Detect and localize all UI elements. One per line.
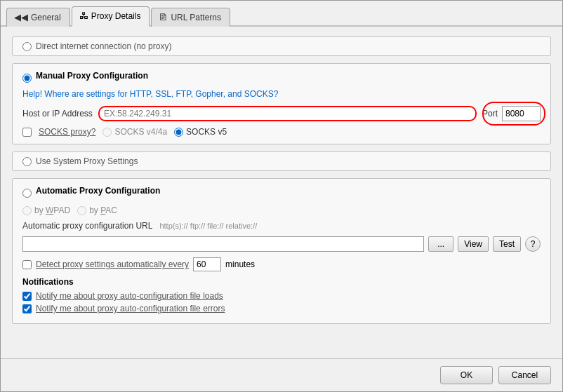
- host-input-wrapper: [98, 106, 477, 121]
- notif-item-2: Notify me about proxy auto-configuration…: [22, 304, 541, 313]
- socks-checkbox[interactable]: [22, 128, 32, 137]
- notifications-title: Notifications: [22, 277, 541, 287]
- url-input[interactable]: [22, 236, 424, 252]
- auto-proxy-section: Automatic Proxy Configuration by WPAD by…: [12, 178, 551, 324]
- direct-label: Direct internet connection (no proxy): [36, 41, 171, 51]
- notif1-label: Notify me about proxy auto-configuration…: [36, 291, 223, 301]
- system-proxy-label: Use System Proxy Settings: [36, 156, 138, 166]
- tab-general-label: General: [31, 13, 61, 22]
- detect-unit: minutes: [225, 259, 255, 269]
- socks-v5-label: SOCKS v5: [186, 127, 227, 137]
- dialog: ◀◀ General 🖧 Proxy Details 🖹 URL Pattern…: [0, 0, 563, 392]
- manual-proxy-title: Manual Proxy Configuration: [36, 71, 148, 81]
- notif-item-1: Notify me about proxy auto-configuration…: [22, 291, 541, 301]
- port-group: Port: [482, 106, 541, 121]
- manual-radio[interactable]: [22, 74, 32, 83]
- tab-general[interactable]: ◀◀ General: [6, 8, 70, 27]
- port-label: Port: [482, 109, 498, 119]
- detect-row: Detect proxy settings automatically ever…: [22, 257, 541, 271]
- socks-v4-label: SOCKS v4/4a: [114, 127, 167, 137]
- direct-radio[interactable]: [22, 42, 32, 51]
- bottom-bar: OK Cancel: [1, 358, 562, 391]
- general-icon: ◀◀: [14, 12, 28, 22]
- system-proxy-radio[interactable]: [22, 157, 32, 166]
- url-config-label: Automatic proxy configuration URL: [22, 221, 152, 231]
- notif1-checkbox[interactable]: [22, 292, 32, 301]
- port-circled-wrapper: [502, 106, 541, 121]
- socks-v4-radio[interactable]: [102, 128, 112, 137]
- detect-interval-input[interactable]: [193, 257, 221, 271]
- socks-v5-option: SOCKS v5: [174, 127, 227, 137]
- by-wpad-option: by WPAD: [22, 205, 70, 215]
- url-hint: http(s):// ftp:// file:// relative://: [159, 222, 257, 230]
- cancel-button[interactable]: Cancel: [498, 366, 551, 384]
- socks-label: SOCKS proxy?: [39, 127, 95, 137]
- test-button[interactable]: Test: [493, 236, 521, 252]
- wpad-label: by WPAD: [34, 205, 70, 215]
- tab-url-patterns-label: URL Patterns: [171, 13, 221, 22]
- ellipsis-button[interactable]: ...: [428, 236, 453, 252]
- url-label-row: Automatic proxy configuration URL http(s…: [22, 221, 541, 231]
- proxy-icon: 🖧: [79, 11, 88, 21]
- auto-proxy-title: Automatic Proxy Configuration: [36, 186, 160, 196]
- socks-v4-option: SOCKS v4/4a: [102, 127, 167, 137]
- pac-radio[interactable]: [77, 206, 86, 215]
- auto-proxy-radio[interactable]: [22, 189, 32, 198]
- by-pac-option: by PAC: [77, 205, 117, 215]
- tab-proxy-details-label: Proxy Details: [91, 11, 141, 21]
- wpad-radio[interactable]: [22, 206, 32, 215]
- url-input-row: ... View Test ?: [22, 236, 541, 252]
- help-link[interactable]: Help! Where are settings for HTTP, SSL, …: [22, 89, 541, 99]
- view-button[interactable]: View: [458, 236, 489, 252]
- notif2-checkbox[interactable]: [22, 304, 32, 313]
- direct-connection-row: Direct internet connection (no proxy): [12, 36, 551, 56]
- url-icon: 🖹: [159, 12, 168, 22]
- host-port-row: Host or IP Address Port: [22, 106, 541, 121]
- socks-v5-radio[interactable]: [174, 128, 183, 137]
- help-button[interactable]: ?: [525, 236, 541, 252]
- host-label: Host or IP Address: [22, 109, 93, 119]
- detect-label: Detect proxy settings automatically ever…: [36, 259, 189, 269]
- by-row: by WPAD by PAC: [22, 205, 541, 215]
- notifications-section: Notifications Notify me about proxy auto…: [22, 277, 541, 313]
- ok-button[interactable]: OK: [440, 366, 493, 384]
- tab-url-patterns[interactable]: 🖹 URL Patterns: [151, 8, 230, 27]
- system-proxy-row: Use System Proxy Settings: [12, 151, 551, 171]
- port-input[interactable]: [502, 106, 541, 121]
- pac-label: by PAC: [89, 205, 117, 215]
- detect-checkbox[interactable]: [22, 260, 32, 269]
- manual-proxy-section: Manual Proxy Configuration Help! Where a…: [12, 63, 551, 144]
- notif2-label: Notify me about proxy auto-configuration…: [36, 304, 225, 313]
- socks-row: SOCKS proxy? SOCKS v4/4a SOCKS v5: [22, 127, 541, 137]
- content-area: Direct internet connection (no proxy) Ma…: [1, 27, 562, 358]
- tab-bar: ◀◀ General 🖧 Proxy Details 🖹 URL Pattern…: [1, 1, 562, 27]
- host-input[interactable]: [98, 106, 477, 121]
- tab-proxy-details[interactable]: 🖧 Proxy Details: [72, 6, 150, 27]
